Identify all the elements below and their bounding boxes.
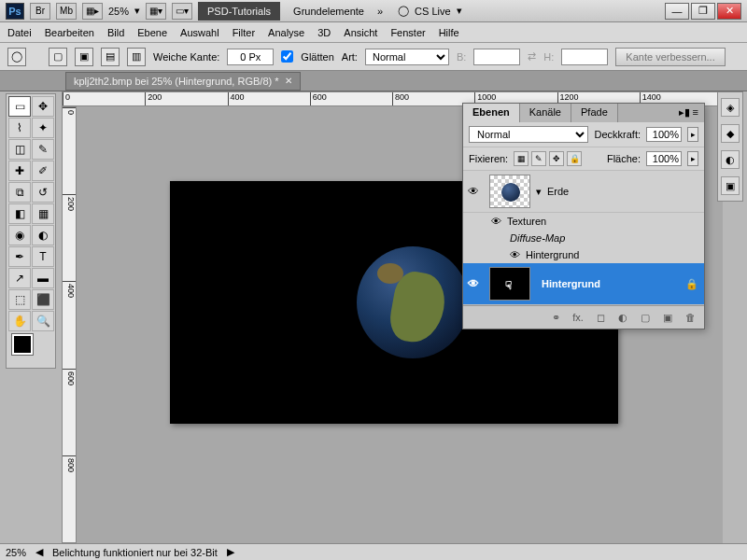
zoom-label[interactable]: 25% — [108, 6, 129, 17]
close-tab-icon[interactable]: ✕ — [285, 76, 292, 86]
style-select[interactable]: Normal — [365, 49, 449, 65]
shape-tool[interactable]: ▬ — [32, 268, 54, 288]
zoom-tool[interactable]: 🔍 — [32, 311, 54, 331]
tab-ebenen[interactable]: Ebenen — [463, 104, 520, 122]
menu-bild[interactable]: Bild — [107, 27, 124, 38]
blur-tool[interactable]: ◉ — [8, 225, 31, 245]
cslive-button[interactable]: CS Live — [415, 6, 451, 17]
layer-thumbnail[interactable] — [489, 175, 530, 208]
dodge-tool[interactable]: ◐ — [32, 225, 54, 245]
style-label: Art: — [342, 51, 358, 63]
mask-icon[interactable]: ▣ — [721, 176, 740, 195]
menu-ebene[interactable]: Ebene — [137, 27, 167, 38]
wand-tool[interactable]: ✦ — [32, 118, 54, 138]
crop-tool[interactable]: ◫ — [8, 139, 31, 160]
layers-footer: ⚭ fx. ◻ ◐ ▢ ▣ 🗑 — [463, 305, 704, 329]
menu-filter[interactable]: Filter — [233, 27, 255, 38]
status-zoom[interactable]: 25% — [6, 547, 26, 558]
new-layer-icon[interactable]: ▣ — [659, 310, 676, 325]
group-icon[interactable]: ▢ — [637, 310, 654, 325]
opacity-input[interactable] — [646, 127, 682, 142]
tab-kanale[interactable]: Kanäle — [520, 104, 571, 122]
br-button[interactable]: Br — [30, 3, 50, 20]
eyedropper-tool[interactable]: ✎ — [32, 139, 54, 160]
history-brush-tool[interactable]: ↺ — [32, 182, 54, 203]
3d-tool[interactable]: ⬚ — [8, 289, 31, 310]
marquee-tool[interactable]: ▭ — [8, 96, 31, 117]
menu-datei[interactable]: Datei — [7, 27, 32, 38]
panel-menu-icon[interactable]: ▸▮ ≡ — [673, 104, 704, 122]
view-icon[interactable]: ▦▾ — [146, 3, 166, 20]
menu-analyse[interactable]: Analyse — [268, 27, 304, 38]
lock-pixels-icon[interactable]: ▦ — [514, 151, 529, 166]
new-sel-icon[interactable]: ▢ — [49, 48, 67, 66]
close-button[interactable]: ✕ — [717, 3, 741, 20]
tab-pfade[interactable]: Pfade — [571, 104, 618, 122]
path-tool[interactable]: ↗ — [8, 268, 31, 288]
opacity-arrow-icon[interactable]: ▸ — [687, 127, 698, 142]
film-icon[interactable]: ▦▸ — [82, 3, 103, 20]
lock-brush-icon[interactable]: ✎ — [531, 151, 546, 166]
lock-move-icon[interactable]: ✥ — [549, 151, 564, 166]
feather-input[interactable] — [227, 49, 274, 65]
menu-bearbeiten[interactable]: Bearbeiten — [45, 27, 94, 38]
menu-fenster[interactable]: Fenster — [390, 27, 425, 38]
diffuse-map-item[interactable]: Diffuse-Map — [463, 230, 704, 246]
blend-mode-select[interactable]: Normal — [469, 126, 588, 143]
minimize-button[interactable]: — — [665, 3, 689, 20]
mask-icon[interactable]: ◻ — [592, 310, 609, 325]
screen-icon[interactable]: ▭▾ — [172, 3, 192, 20]
add-sel-icon[interactable]: ▣ — [75, 48, 93, 66]
workspace-tab-2[interactable]: Grundelemente — [286, 3, 372, 20]
link-icon[interactable]: ⚭ — [547, 310, 564, 325]
brush-tool[interactable]: ✐ — [32, 161, 54, 181]
swatches-icon[interactable]: ◈ — [721, 98, 740, 117]
menu-hilfe[interactable]: Hilfe — [439, 27, 459, 38]
heal-tool[interactable]: ✚ — [8, 161, 31, 181]
workspace-tab-1[interactable]: PSD-Tutorials — [198, 2, 280, 21]
visibility-icon[interactable]: 👁 — [463, 185, 484, 198]
styles-icon[interactable]: ◆ — [721, 124, 740, 143]
tool-preset-icon[interactable]: ◯ — [7, 48, 26, 66]
color-swatches[interactable] — [8, 332, 54, 366]
menu-auswahl[interactable]: Auswahl — [180, 27, 219, 38]
fill-input[interactable] — [646, 151, 682, 166]
adjust-icon[interactable]: ◐ — [721, 150, 740, 169]
layer-hintergrund[interactable]: 👁 ☟ Hintergrund 🔒 — [463, 263, 704, 305]
fill-arrow-icon[interactable]: ▸ — [687, 151, 698, 166]
antialias-checkbox[interactable] — [281, 50, 293, 63]
3d-cam-tool[interactable]: ⬛ — [32, 289, 54, 310]
delete-icon[interactable]: 🗑 — [682, 310, 698, 325]
swap-icon: ⇄ — [528, 50, 536, 63]
eraser-tool[interactable]: ◧ — [8, 203, 31, 224]
layer-thumbnail[interactable]: ☟ — [489, 267, 530, 301]
layer-name-label: Erde — [542, 186, 704, 197]
lasso-tool[interactable]: ⌇ — [8, 118, 31, 138]
menu-3d[interactable]: 3D — [317, 27, 331, 38]
maximize-button[interactable]: ❐ — [691, 3, 715, 20]
fill-label: Fläche: — [607, 153, 641, 164]
width-input — [473, 49, 520, 65]
lock-all-icon[interactable]: 🔒 — [567, 151, 582, 166]
textures-group[interactable]: 👁Texturen — [463, 213, 704, 230]
chevron-right-icon[interactable]: » — [377, 6, 383, 17]
move-tool[interactable]: ✥ — [32, 96, 54, 117]
fx-icon[interactable]: fx. — [570, 310, 586, 325]
hand-tool[interactable]: ✋ — [8, 311, 31, 331]
menu-ansicht[interactable]: Ansicht — [344, 27, 377, 38]
background-sub-item[interactable]: 👁Hintergrund — [463, 246, 704, 263]
layer-erde[interactable]: 👁 ▾ Erde — [463, 171, 704, 213]
pen-tool[interactable]: ✒ — [8, 246, 31, 267]
stamp-tool[interactable]: ⧉ — [8, 182, 31, 203]
intersect-sel-icon[interactable]: ▥ — [127, 48, 146, 66]
title-bar: Ps Br Mb ▦▸ 25%▾ ▦▾ ▭▾ PSD-Tutorials Gru… — [0, 0, 747, 22]
type-tool[interactable]: T — [32, 246, 54, 267]
adjust-layer-icon[interactable]: ◐ — [614, 310, 631, 325]
sub-sel-icon[interactable]: ▤ — [101, 48, 120, 66]
visibility-icon[interactable]: 👁 — [463, 277, 484, 290]
mb-button[interactable]: Mb — [56, 3, 77, 20]
refine-edge-button[interactable]: Kante verbessern... — [615, 48, 725, 66]
gradient-tool[interactable]: ▦ — [32, 203, 54, 224]
ruler-vertical[interactable]: 0200400600800 — [62, 106, 77, 543]
document-tab[interactable]: kplj2th2.bmp bei 25% (Hintergrund, RGB/8… — [65, 72, 301, 91]
